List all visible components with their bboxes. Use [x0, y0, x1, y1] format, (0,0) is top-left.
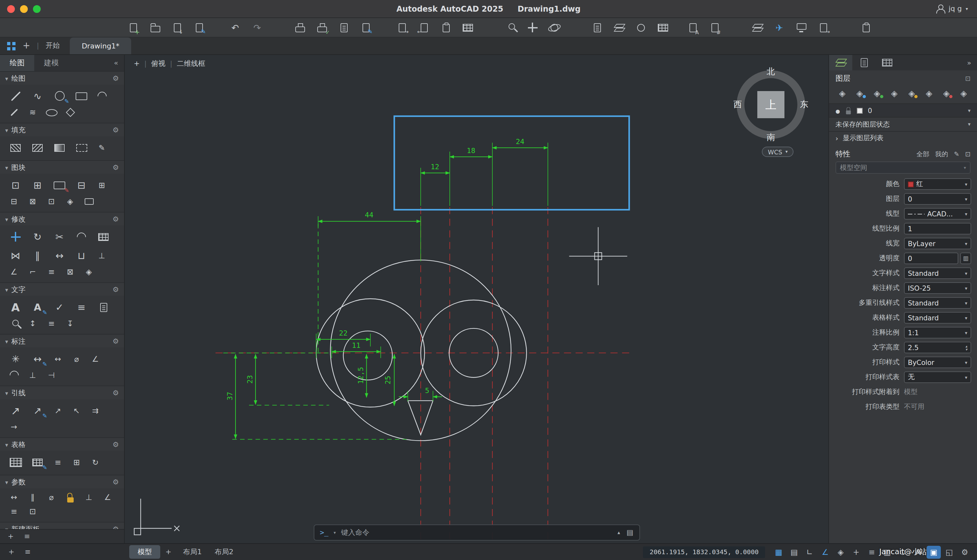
section-gear-icon[interactable] — [112, 337, 119, 345]
point-style-button[interactable] — [706, 20, 723, 35]
table-style-select[interactable]: Standard — [904, 312, 971, 324]
panel-tab-sheets[interactable] — [852, 55, 875, 70]
fillet-tool-icon[interactable] — [70, 227, 92, 246]
section-collapse-icon[interactable] — [5, 126, 8, 134]
section-collapse-icon[interactable] — [5, 163, 8, 172]
layer-tool-icon[interactable] — [956, 87, 972, 100]
array-toolbar-button[interactable] — [655, 20, 671, 35]
account-menu[interactable]: jq g — [936, 5, 977, 13]
section-gear-icon[interactable] — [112, 285, 119, 293]
etransmit-button[interactable] — [393, 20, 410, 35]
section-gear-icon[interactable] — [112, 74, 119, 82]
insert-block-toolbar-icon[interactable] — [459, 20, 476, 35]
section-header-parametric[interactable]: 参数 — [0, 475, 124, 488]
close-window-button[interactable] — [7, 5, 15, 13]
section-gear-icon[interactable] — [112, 478, 119, 486]
viewport-menu-button[interactable]: + — [134, 60, 140, 68]
zoom-window-button[interactable] — [502, 20, 519, 35]
angular-dim-tool-icon[interactable] — [86, 352, 105, 366]
viewcube[interactable]: 北 南 西 东 上 — [733, 67, 809, 143]
text-align-tool-icon[interactable] — [42, 317, 61, 331]
dimension-tool-icon[interactable] — [5, 350, 27, 368]
section-header-modify[interactable]: 修改 — [0, 212, 124, 225]
chevron-down-icon[interactable] — [968, 108, 970, 113]
boundary-tool-icon[interactable] — [70, 138, 92, 157]
section-gear-icon[interactable] — [112, 163, 119, 172]
panel-tab-blocks[interactable] — [875, 55, 899, 70]
properties-edit-icon[interactable] — [954, 150, 959, 158]
rectangle-tool-icon[interactable] — [70, 87, 92, 105]
section-collapse-icon[interactable] — [5, 388, 8, 397]
layer-tool-icon[interactable] — [834, 87, 850, 100]
layer-tool-icon[interactable] — [886, 87, 902, 100]
viewport-visual-style-control[interactable]: 二维线框 — [177, 59, 205, 68]
edit-block-tool-icon[interactable] — [48, 176, 70, 194]
add-leader-tool-icon[interactable] — [48, 403, 67, 418]
layers-panel-options-icon[interactable] — [965, 75, 970, 82]
palette-tab-draw[interactable]: 绘图 — [0, 55, 34, 71]
insert-block-tool-icon[interactable] — [5, 176, 27, 194]
share-drawing-button[interactable] — [771, 20, 788, 35]
constraint-settings-tool-icon[interactable] — [23, 505, 42, 519]
layer-tool-icon[interactable] — [904, 87, 920, 100]
maximize-window-button[interactable] — [33, 5, 41, 13]
object-snap-tracking-icon[interactable] — [849, 545, 863, 558]
tab-start[interactable]: 开始 — [45, 40, 60, 50]
gradient-tool-icon[interactable] — [48, 138, 70, 157]
table-style-tool-icon[interactable] — [48, 455, 67, 469]
parallel-constraint-tool-icon[interactable] — [23, 490, 42, 505]
line-tool-icon[interactable] — [5, 87, 27, 105]
dimension-edit-tool-icon[interactable] — [27, 350, 48, 368]
import-button[interactable] — [415, 20, 432, 35]
edit-leader-tool-icon[interactable] — [27, 401, 48, 420]
layer-tool-icon[interactable] — [938, 87, 954, 100]
plot-preview-button[interactable] — [335, 20, 352, 35]
section-gear-icon[interactable] — [112, 440, 119, 448]
modify-tool-icon[interactable] — [23, 265, 42, 279]
section-gear-icon[interactable] — [112, 215, 119, 223]
layout1-tab[interactable]: 布局1 — [177, 545, 208, 559]
model-tab[interactable]: 模型 — [129, 545, 160, 559]
palette-tab-model[interactable]: 建模 — [34, 55, 68, 71]
object-snap-icon[interactable] — [834, 545, 848, 558]
tab-drawing1[interactable]: Drawing1* — [70, 37, 131, 54]
modify-tool-icon[interactable] — [61, 265, 80, 279]
section-collapse-icon[interactable] — [5, 337, 8, 345]
edit-text-tool-icon[interactable] — [27, 298, 48, 317]
write-block-tool-icon[interactable] — [70, 176, 92, 194]
modify-tool-icon[interactable] — [5, 265, 23, 279]
color-select[interactable]: 红 — [904, 178, 971, 190]
orbit-button[interactable] — [546, 20, 563, 35]
continue-dim-tool-icon[interactable] — [42, 368, 61, 382]
pan-button[interactable] — [524, 20, 541, 35]
polygon-tool-icon[interactable] — [61, 105, 80, 120]
block-tool-icon[interactable] — [80, 194, 98, 208]
display-settings-button[interactable] — [793, 20, 810, 35]
align-leader-tool-icon[interactable] — [86, 403, 105, 418]
polar-tracking-icon[interactable] — [818, 545, 832, 558]
angular-constraint-tool-icon[interactable] — [98, 490, 117, 505]
plot-style-select[interactable]: ByColor — [904, 357, 971, 368]
modify-tool-icon[interactable] — [92, 248, 111, 263]
linetype-scale-input[interactable]: 1 — [904, 223, 971, 235]
create-block-tool-icon[interactable] — [27, 176, 48, 194]
multileader-tool-icon[interactable] — [5, 401, 27, 420]
polyline-tool-icon[interactable] — [27, 87, 48, 105]
viewcube-top-face[interactable]: 上 — [757, 91, 784, 118]
solid-fill-tool-icon[interactable] — [27, 138, 48, 157]
command-window-icon[interactable] — [627, 528, 633, 537]
panel-menu-button[interactable] — [24, 532, 30, 541]
update-table-tool-icon[interactable] — [86, 455, 105, 469]
edit-table-tool-icon[interactable] — [27, 453, 48, 472]
viewport-view-control[interactable]: 俯视 — [151, 59, 165, 68]
customization-gear-icon[interactable] — [958, 545, 972, 558]
text-height-stepper[interactable] — [965, 344, 967, 352]
section-header-hatch[interactable]: 填充 — [0, 123, 124, 136]
block-tool-icon[interactable] — [42, 194, 61, 208]
new-tab-button[interactable] — [23, 40, 30, 50]
new-layout-button[interactable] — [160, 548, 177, 556]
section-gear-icon[interactable] — [112, 126, 119, 134]
section-header-new-panel[interactable]: 新建面板 — [0, 522, 124, 529]
page-setup-button[interactable] — [357, 20, 374, 35]
trim-tool-icon[interactable] — [48, 227, 70, 246]
